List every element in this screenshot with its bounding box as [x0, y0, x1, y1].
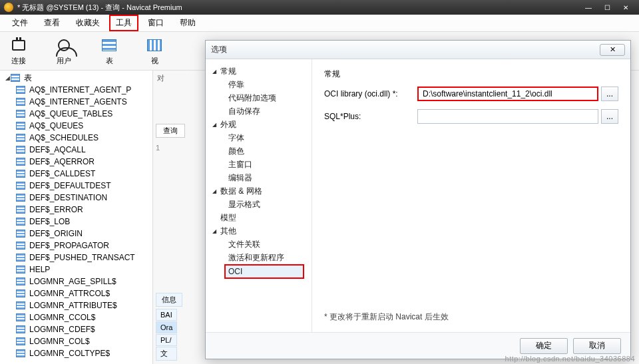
table-button[interactable]: 表 [100, 36, 118, 66]
tree-item-label: DEF$_AQERROR [29, 157, 95, 166]
connect-button[interactable]: 连接 [9, 36, 28, 66]
tree-root-label: 表 [24, 73, 32, 84]
tree-item[interactable]: AQ$_INTERNET_AGENT_P [0, 84, 152, 96]
tree-item[interactable]: AQ$_INTERNET_AGENTS [0, 96, 152, 108]
object-tree[interactable]: ◢ 表 AQ$_INTERNET_AGENT_PAQ$_INTERNET_AGE… [0, 71, 153, 364]
tree-item[interactable]: DEF$_PROPAGATOR [0, 240, 152, 252]
nav-main-window[interactable]: 主窗口 [206, 158, 312, 171]
tree-item-label: AQ$_INTERNET_AGENT_P [29, 85, 131, 94]
tree-root-tables[interactable]: ◢ 表 [0, 72, 152, 84]
tree-item[interactable]: LOGMNR_CDEF$ [0, 323, 152, 335]
nav-editor[interactable]: 编辑器 [206, 171, 312, 184]
tree-item[interactable]: DEF$_CALLDEST [0, 168, 152, 180]
ok-button[interactable]: 确定 [520, 338, 568, 354]
tree-item[interactable]: AQ$_QUEUE_TABLES [0, 108, 152, 120]
tree-item-label: LOGMNR_CCOL$ [29, 313, 95, 322]
dialog-close-button[interactable]: ✕ [600, 44, 625, 56]
menu-favorites[interactable]: 收藏夹 [69, 15, 106, 31]
nav-appearance[interactable]: ◢外观 [206, 118, 312, 131]
maximize-button[interactable]: ☐ [598, 4, 616, 11]
tree-item[interactable]: DEF$_DESTINATION [0, 192, 152, 204]
tree-item-label: AQ$_QUEUE_TABLES [29, 109, 112, 118]
tree-item[interactable]: AQ$_QUEUES [0, 120, 152, 132]
tree-item[interactable]: LOGMNR_CCOL$ [0, 311, 152, 323]
connect-label: 连接 [11, 56, 26, 66]
line-number: 1 [156, 144, 160, 152]
table-icon [16, 218, 25, 226]
tree-item-label: DEF$_ERROR [29, 205, 83, 214]
tree-item[interactable]: LOGMNR_ATTRIBUTE$ [0, 299, 152, 311]
options-nav[interactable]: ◢常规 停靠 代码附加选项 自动保存 ◢外观 字体 颜色 主窗口 编辑器 ◢数据… [206, 59, 312, 332]
tree-item[interactable]: AQ$_SCHEDULES [0, 132, 152, 144]
nav-file-assoc[interactable]: 文件关联 [206, 238, 312, 251]
user-button[interactable]: 用户 [55, 36, 73, 66]
nav-data-grid[interactable]: ◢数据 & 网格 [206, 184, 312, 198]
menu-view[interactable]: 查看 [37, 15, 67, 31]
table-icon [16, 266, 25, 273]
nav-model[interactable]: 模型 [206, 211, 312, 224]
menu-file[interactable]: 文件 [5, 15, 35, 31]
sqlplus-input[interactable] [417, 109, 598, 124]
watermark: http://blog.csdn.net/baidu_34036884 [505, 355, 635, 363]
tree-item[interactable]: DEF$_AQCALL [0, 144, 152, 156]
nav-font[interactable]: 字体 [206, 131, 312, 144]
tree-item[interactable]: DEF$_DEFAULTDEST [0, 180, 152, 192]
tree-item-label: LOGMNR_AGE_SPILL$ [29, 277, 116, 286]
tree-item-label: AQ$_INTERNET_AGENTS [29, 97, 127, 106]
tree-item[interactable]: LOGMNR_ATTRCOL$ [0, 287, 152, 299]
tree-item-label: DEF$_CALLDEST [29, 169, 95, 178]
result-tag[interactable]: 文 [156, 347, 177, 361]
query-tab[interactable]: 查询 [156, 124, 185, 138]
result-tags: BAI Ora PL/ 文 [156, 309, 177, 361]
nav-activate-update[interactable]: 激活和更新程序 [206, 251, 312, 264]
table-icon [16, 134, 25, 142]
dialog-titlebar[interactable]: 选项 ✕ [206, 41, 630, 59]
tree-item[interactable]: LOGMNR_AGE_SPILL$ [0, 275, 152, 287]
tree-item-label: DEF$_LOB [29, 217, 70, 226]
tree-item-label: DEF$_DESTINATION [29, 193, 107, 202]
tree-item[interactable]: DEF$_AQERROR [0, 156, 152, 168]
table-group-icon [11, 74, 20, 82]
tree-item-label: DEF$_PROPAGATOR [29, 241, 109, 250]
tree-item[interactable]: DEF$_ERROR [0, 204, 152, 216]
user-icon [55, 36, 73, 55]
dialog-title: 选项 [211, 44, 600, 55]
nav-oci[interactable]: OCI [224, 264, 304, 279]
result-tag[interactable]: Ora [156, 321, 177, 333]
collapse-icon[interactable]: ◢ [5, 75, 11, 81]
tree-item[interactable]: DEF$_PUSHED_TRANSACT [0, 252, 152, 264]
tree-item[interactable]: LOGMNR_COLTYPE$ [0, 347, 152, 359]
menu-window[interactable]: 窗口 [141, 15, 170, 31]
nav-display-format[interactable]: 显示格式 [206, 198, 312, 211]
nav-other[interactable]: ◢其他 [206, 224, 312, 238]
tree-item[interactable]: HELP [0, 264, 152, 275]
table-icon [16, 170, 25, 178]
result-tag[interactable]: BAI [156, 309, 177, 321]
menu-tools[interactable]: 工具 [109, 15, 138, 31]
table-icon [16, 158, 25, 166]
tree-item[interactable]: DEF$_LOB [0, 216, 152, 228]
nav-autosave[interactable]: 自动保存 [206, 104, 312, 118]
menu-help[interactable]: 帮助 [173, 15, 202, 31]
result-tag[interactable]: PL/ [156, 334, 177, 346]
grid-icon [145, 36, 164, 55]
table-icon [16, 301, 25, 309]
tree-item-label: LOGMNR_CDEF$ [29, 325, 95, 334]
info-tab[interactable]: 信息 [156, 293, 182, 307]
nav-color[interactable]: 颜色 [206, 144, 312, 158]
cancel-button[interactable]: 取消 [573, 338, 621, 354]
close-button[interactable]: ✕ [616, 4, 635, 11]
tree-item[interactable]: LOGMNR_COL$ [0, 335, 152, 347]
view-button-cut[interactable]: 视 [145, 36, 164, 66]
user-label: 用户 [57, 56, 71, 66]
tree-item[interactable]: DEF$_ORIGIN [0, 228, 152, 240]
oci-browse-button[interactable]: ... [601, 87, 618, 101]
sqlplus-browse-button[interactable]: ... [601, 109, 618, 124]
nav-general[interactable]: ◢常规 [206, 65, 312, 78]
oci-library-input[interactable]: D:\software\instantclient_11_2\oci.dll [417, 87, 598, 101]
nav-code-addon[interactable]: 代码附加选项 [206, 91, 312, 104]
minimize-button[interactable]: — [579, 4, 598, 11]
nav-dock[interactable]: 停靠 [206, 78, 312, 91]
tab-obj-cut[interactable]: 对 [157, 73, 164, 83]
window-titlebar: * 无标题 @SYSTEM (13) - 查询 - Navicat Premiu… [0, 0, 639, 15]
